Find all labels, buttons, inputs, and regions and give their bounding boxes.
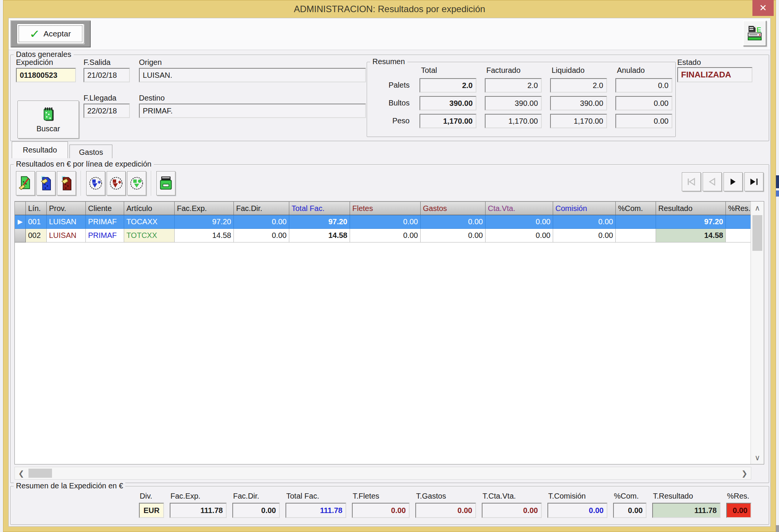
fsalida-field[interactable]: 21/02/18	[84, 68, 130, 82]
accept-button[interactable]: ✓ Aceptar	[17, 24, 84, 44]
grid-header-gastos: Gastos	[421, 201, 486, 215]
bultos-anulado-field[interactable]: 0.00	[615, 96, 672, 110]
tab-resultado[interactable]: Resultado	[12, 142, 68, 158]
shapes-blue-button[interactable]	[86, 171, 105, 195]
origen-field[interactable]: LUISAN.	[139, 68, 366, 82]
cell-gastos[interactable]: 0.00	[421, 215, 486, 229]
palets-facturado-field[interactable]: 2.0	[485, 78, 542, 93]
toolbar-separator	[151, 171, 152, 196]
select-doc-blue-button[interactable]	[36, 171, 55, 195]
edit-line-button[interactable]	[16, 171, 35, 195]
nav-first-button[interactable]	[682, 172, 701, 191]
row-indicator	[15, 229, 26, 242]
t-resultado-field[interactable]: 111.78	[652, 503, 721, 518]
hscroll-thumb[interactable]	[28, 469, 52, 478]
peso-liquidado-field[interactable]: 1,170.00	[550, 114, 607, 128]
drawer-icon	[159, 176, 173, 191]
row-pointer-icon: ▶	[15, 215, 26, 229]
grid-header-row: Lín. Prov. Cliente Artículo Fac.Exp. Fac…	[15, 201, 751, 215]
cell-pct-res[interactable]	[726, 229, 751, 242]
shapes-red-icon	[109, 176, 123, 190]
grid-row-2[interactable]: 002 LUISAN PRIMAF TOTCXX 14.58 0.00 14.5…	[15, 229, 751, 242]
cell-resultado[interactable]: 14.58	[656, 229, 726, 242]
bultos-liquidado-field[interactable]: 390.00	[550, 96, 607, 110]
pct-com-label: %Com.	[613, 492, 647, 501]
scroll-down-icon[interactable]: ∨	[751, 452, 764, 463]
pct-com-field[interactable]: 0.00	[613, 503, 647, 518]
shapes-red-button[interactable]	[107, 171, 126, 195]
peso-anulado-field[interactable]: 0.00	[615, 114, 672, 128]
resultados-group: Resultados en € por línea de expedición	[10, 164, 769, 483]
bultos-total-field[interactable]: 390.00	[419, 96, 476, 110]
cell-articulo[interactable]: TOCAXX	[124, 215, 175, 229]
cell-fac-dir[interactable]: 0.00	[234, 215, 289, 229]
cell-cta-vta[interactable]: 0.00	[486, 229, 553, 242]
select-doc-red-button[interactable]	[57, 171, 76, 195]
cell-pct-res[interactable]	[726, 215, 751, 229]
cell-prov[interactable]: LUISAN	[47, 215, 86, 229]
cell-fac-exp[interactable]: 97.20	[175, 215, 234, 229]
expedicion-field[interactable]: 011800523	[16, 68, 76, 82]
t-gastos-field[interactable]: 0.00	[415, 503, 476, 518]
cell-cliente[interactable]: PRIMAF	[86, 215, 124, 229]
fac-exp-field[interactable]: 111.78	[170, 503, 227, 518]
cell-pct-com[interactable]	[616, 215, 656, 229]
nav-prev-button[interactable]	[703, 172, 722, 191]
t-fletes-field[interactable]: 0.00	[352, 503, 410, 518]
resumen-group: Resumen Total Facturado Liquidado Anulad…	[367, 62, 676, 137]
div-field[interactable]: EUR	[139, 503, 164, 518]
shapes-green-button[interactable]	[127, 171, 146, 195]
cell-comision[interactable]: 0.00	[553, 215, 616, 229]
buscar-button[interactable]: Buscar	[17, 101, 79, 139]
print-button[interactable]: E	[743, 20, 766, 46]
cell-pct-com[interactable]	[616, 229, 656, 242]
cell-prov[interactable]: LUISAN	[47, 229, 86, 242]
scroll-right-icon[interactable]: ❯	[739, 467, 750, 479]
t-comision-field[interactable]: 0.00	[547, 503, 607, 518]
vscroll-thumb[interactable]	[752, 215, 762, 251]
grid-hscrollbar[interactable]: ❮ ❯	[14, 467, 751, 480]
t-cta-vta-field[interactable]: 0.00	[482, 503, 542, 518]
title-bar[interactable]: ADMINISTRACION: Resultados por expedició…	[3, 0, 776, 18]
cell-gastos[interactable]: 0.00	[421, 229, 486, 242]
cell-cliente[interactable]: PRIMAF	[86, 229, 124, 242]
close-button[interactable]: ✕	[752, 0, 774, 16]
fac-dir-field[interactable]: 0.00	[232, 503, 280, 518]
nav-next-button[interactable]	[724, 172, 743, 191]
scroll-left-icon[interactable]: ❮	[16, 467, 27, 479]
total-fac-field[interactable]: 111.78	[285, 503, 346, 518]
pct-res-field[interactable]: 0.00	[726, 503, 751, 518]
grid-header-resultado: Resultado	[656, 201, 726, 215]
tab-gastos[interactable]: Gastos	[69, 145, 112, 158]
peso-total-field[interactable]: 1,170.00	[419, 114, 476, 128]
archive-button[interactable]	[156, 171, 175, 195]
cell-fletes[interactable]: 0.00	[350, 229, 421, 242]
cell-fac-dir[interactable]: 0.00	[234, 229, 289, 242]
estado-label: Estado	[677, 58, 701, 67]
resumen-legend: Resumen	[370, 57, 407, 66]
palets-anulado-field[interactable]: 0.0	[615, 78, 672, 93]
cell-lin[interactable]: 001	[26, 215, 47, 229]
cell-articulo[interactable]: TOTCXX	[124, 229, 175, 242]
fllegada-field[interactable]: 22/02/18	[84, 104, 130, 118]
t-resultado-label: T.Resultado	[652, 492, 721, 501]
cell-total-fac[interactable]: 97.20	[289, 215, 350, 229]
peso-facturado-field[interactable]: 1,170.00	[485, 114, 542, 128]
cell-resultado[interactable]: 97.20	[656, 215, 726, 229]
nav-last-button[interactable]	[744, 172, 763, 191]
cell-total-fac[interactable]: 14.58	[289, 229, 350, 242]
results-grid: Lín. Prov. Cliente Artículo Fac.Exp. Fac…	[14, 201, 764, 464]
bultos-facturado-field[interactable]: 390.00	[485, 96, 542, 110]
cell-lin[interactable]: 002	[26, 229, 47, 242]
doc-edit-icon	[18, 175, 33, 191]
grid-row-1[interactable]: ▶ 001 LUISAN PRIMAF TOCAXX 97.20 0.00 97…	[15, 215, 751, 229]
cell-fletes[interactable]: 0.00	[350, 215, 421, 229]
cell-fac-exp[interactable]: 14.58	[175, 229, 234, 242]
scroll-up-icon[interactable]: ∧	[751, 202, 764, 214]
cell-cta-vta[interactable]: 0.00	[486, 215, 553, 229]
palets-total-field[interactable]: 2.0	[419, 78, 476, 93]
cell-comision[interactable]: 0.00	[553, 229, 616, 242]
palets-liquidado-field[interactable]: 2.0	[550, 78, 607, 93]
destino-field[interactable]: PRIMAF.	[139, 104, 366, 118]
grid-vscrollbar[interactable]: ∧ ∨	[751, 201, 764, 464]
